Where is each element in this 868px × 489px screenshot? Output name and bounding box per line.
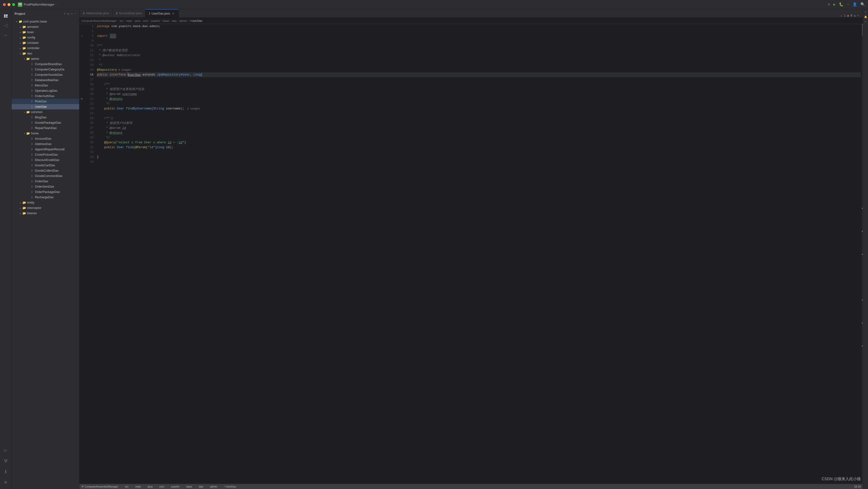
breadcrumb-item[interactable]: dao bbox=[172, 20, 177, 22]
user-icon[interactable]: 👤 bbox=[852, 2, 857, 7]
activity-more-icon[interactable]: ⋯ bbox=[1, 31, 10, 40]
tree-item-bean[interactable]: ▸ 📂 bean bbox=[11, 30, 79, 35]
code-text: ( bbox=[151, 106, 153, 111]
svg-line-6 bbox=[5, 25, 6, 26]
line-number: 22 bbox=[84, 101, 93, 106]
minimize-button[interactable] bbox=[7, 3, 10, 6]
string-ref: id bbox=[168, 140, 172, 145]
tab-AccountDao[interactable]: J AccountDao.java bbox=[113, 9, 145, 18]
tree-item-GoodsCartDao[interactable]: I GoodsCartDao bbox=[11, 163, 79, 168]
tree-item-dao[interactable]: ▾ 📂 dao bbox=[11, 51, 79, 56]
status-bar: ⊘ ComputerAssemblyManager › src › main ›… bbox=[80, 484, 863, 489]
tree-item-listener[interactable]: ▸ 📂 listener bbox=[11, 210, 79, 216]
tree-item-AppointRepairRecordI[interactable]: I AppointRepairRecordI bbox=[11, 147, 79, 152]
breadcrumb-item[interactable]: com bbox=[143, 20, 149, 22]
chevron-down-icon[interactable]: ▾ bbox=[857, 14, 859, 18]
activity-structure-icon[interactable] bbox=[1, 21, 10, 30]
status-java: java bbox=[148, 485, 153, 488]
chevron-up-icon[interactable]: ▲ bbox=[854, 14, 856, 18]
tree-item-entity[interactable]: ▸ 📂 entity bbox=[11, 200, 79, 205]
fold-icon[interactable]: ▸ bbox=[81, 35, 83, 37]
breadcrumb-item[interactable]: ComputerAssemblyManager bbox=[82, 20, 117, 22]
scrollbar-thumb[interactable] bbox=[862, 24, 863, 36]
keyword: public bbox=[104, 145, 117, 150]
tab-AddressDao[interactable]: J AddressDao.java bbox=[80, 9, 113, 18]
run-button[interactable]: ▶ bbox=[833, 2, 836, 7]
tree-item-DatabaseBakDao[interactable]: I DatabaseBakDao bbox=[11, 77, 79, 83]
tree-item-AddressDao[interactable]: I AddressDao bbox=[11, 141, 79, 147]
tree-item-admin[interactable]: ▾ 📂 admin bbox=[11, 56, 79, 62]
maximize-button[interactable] bbox=[12, 3, 15, 6]
activity-run-icon[interactable]: ▷ bbox=[1, 446, 10, 455]
chevron-down-icon: ▾ bbox=[19, 52, 22, 56]
status-right: 16:18 bbox=[854, 485, 861, 488]
search-icon[interactable]: 🔍 bbox=[861, 2, 865, 7]
tree-item-home[interactable]: ▾ 📂 home bbox=[11, 131, 79, 136]
interface-icon: I bbox=[224, 485, 225, 488]
sidebar-action-add[interactable]: + bbox=[64, 12, 66, 16]
line-number: 10 bbox=[84, 43, 93, 48]
tree-item-RechargeDao[interactable]: I RechargeDao bbox=[11, 195, 79, 200]
tree-item-constant[interactable]: ▸ 📂 constant bbox=[11, 40, 79, 45]
tab-close-button[interactable]: ✕ bbox=[171, 12, 175, 15]
tree-item-OrderPackageDao[interactable]: I OrderPackageDao bbox=[11, 189, 79, 195]
tree-item-OperaterLogDao[interactable]: I OperaterLogDao bbox=[11, 88, 79, 93]
tree-item-RepairTeamDao[interactable]: I RepairTeamDao bbox=[11, 125, 79, 131]
tree-item-MenuDao[interactable]: I MenuDao bbox=[11, 83, 79, 88]
activity-settings-icon[interactable]: ⚙ bbox=[1, 478, 10, 487]
tree-item-DiscountCodeDao[interactable]: I DiscountCodeDao bbox=[11, 157, 79, 163]
tree-item-UserDao[interactable]: I UserDao bbox=[11, 104, 79, 109]
code-editor[interactable]: package com.yuanlrc.base.dao.admin; impo… bbox=[96, 24, 861, 484]
sidebar-action-more[interactable]: ⋯ bbox=[71, 12, 73, 16]
sidebar-action-collapse[interactable]: − bbox=[74, 12, 76, 16]
breadcrumb-item[interactable]: main bbox=[126, 20, 132, 22]
interface-icon: I bbox=[30, 158, 34, 162]
tree-item-config[interactable]: ▸ 📂 config bbox=[11, 35, 79, 40]
tree-item-interceptor[interactable]: ▸ 📂 interceptor bbox=[11, 205, 79, 210]
activity-project-icon[interactable] bbox=[1, 12, 10, 20]
folding-icon[interactable]: ⊟ bbox=[111, 116, 113, 121]
tree-item-GoodsCollectDao[interactable]: I GoodsCollectDao bbox=[11, 168, 79, 173]
tree-item-BlogDao[interactable]: I BlogDao bbox=[11, 115, 79, 120]
right-panel-icon-3[interactable]: ⊡ bbox=[864, 20, 868, 24]
breadcrumb-item[interactable]: src bbox=[120, 20, 123, 22]
breadcrumb-item[interactable]: admin bbox=[180, 20, 187, 22]
separator: › bbox=[121, 485, 122, 488]
tab-UserDao[interactable]: J UserDao.java ✕ bbox=[145, 9, 179, 18]
activity-git-icon[interactable] bbox=[1, 457, 10, 465]
tree-item-common[interactable]: ▾ 📂 common bbox=[11, 109, 79, 115]
sidebar-action-sync[interactable]: ↻ bbox=[67, 12, 69, 16]
tree-item-GoodsCommentDao[interactable]: I GoodsCommentDao bbox=[11, 173, 79, 178]
folder-icon: 📂 bbox=[22, 41, 26, 45]
breadcrumb-item[interactable]: java bbox=[135, 20, 140, 22]
tree-item-ComputerGoodsDao[interactable]: I ComputerGoodsDao bbox=[11, 72, 79, 77]
tree-item-annotion[interactable]: ▸ 📂 annotion bbox=[11, 24, 79, 30]
more-icon[interactable]: ⋯ bbox=[847, 2, 849, 7]
tree-item-ComputerBrandDao[interactable]: I ComputerBrandDao bbox=[11, 62, 79, 67]
close-button[interactable] bbox=[3, 3, 6, 6]
collapsed-block[interactable]: ... bbox=[110, 34, 117, 38]
tree-item-root[interactable]: ▾ 📁 com.yuanlrc.base bbox=[11, 19, 79, 24]
tree-item-AccountDao[interactable]: I AccountDao bbox=[11, 136, 79, 141]
title-chevron-icon[interactable]: ▾ bbox=[55, 3, 57, 6]
right-panel-icon-2[interactable]: 🔔 bbox=[864, 15, 868, 19]
eye-icon[interactable]: 👁 bbox=[81, 98, 83, 100]
code-line-15: @Repository 3 usages bbox=[97, 68, 861, 72]
right-panel-icon-1[interactable]: ≡ bbox=[864, 10, 868, 14]
tree-item-controller[interactable]: ▸ 📂 controller bbox=[11, 45, 79, 51]
tree-item-OrderAuthDao[interactable]: I OrderAuthDao bbox=[11, 93, 79, 99]
breadcrumb-item[interactable]: base bbox=[163, 20, 169, 22]
tree-item-GoodsPackageDao[interactable]: I GoodsPackageDao bbox=[11, 120, 79, 125]
code-text: { bbox=[201, 72, 203, 77]
tree-item-ComputerCategoryDa[interactable]: I ComputerCategoryDa bbox=[11, 67, 79, 72]
run-icon[interactable]: ⚙ bbox=[828, 2, 830, 7]
tree-item-RoleDao[interactable]: I RoleDao bbox=[11, 99, 79, 104]
tree-item-CoverPictureDao[interactable]: I CoverPictureDao bbox=[11, 152, 79, 157]
breadcrumb-item[interactable]: yuanlrc bbox=[151, 20, 160, 22]
tree-item-OrderDao[interactable]: I OrderDao bbox=[11, 178, 79, 184]
breadcrumb-item-current[interactable]: I UserDao bbox=[190, 20, 202, 22]
activity-info-icon[interactable]: ℹ bbox=[1, 467, 10, 476]
tree-item-OrderItemDao[interactable]: I OrderItemDao bbox=[11, 184, 79, 189]
debug-icon[interactable]: 🐛 bbox=[839, 2, 843, 7]
minimap bbox=[861, 24, 863, 484]
